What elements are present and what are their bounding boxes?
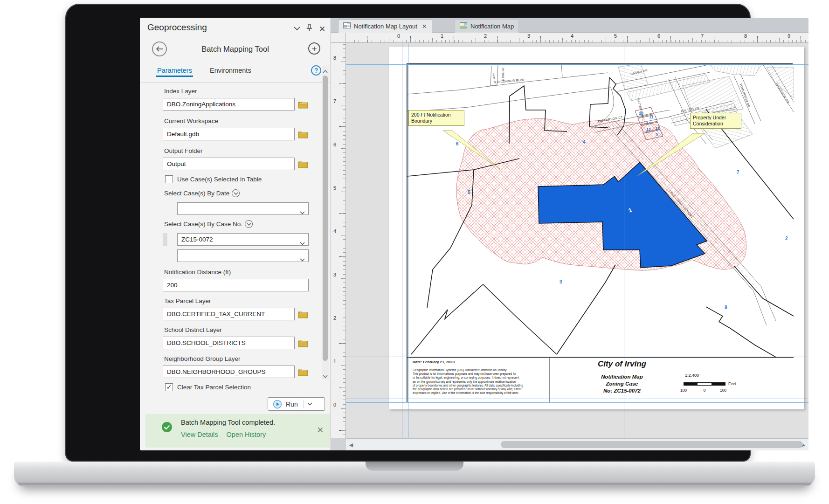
value-grip[interactable] bbox=[163, 233, 167, 246]
tab-notification-map-layout[interactable]: Notification Map Layout ✕ bbox=[338, 19, 432, 33]
layout-icon bbox=[343, 22, 351, 30]
ruler-number: 2 bbox=[333, 315, 336, 321]
map-case-line: Zoning Case bbox=[557, 381, 687, 387]
open-history-link[interactable]: Open History bbox=[227, 431, 266, 438]
ruler-number: 9 bbox=[788, 33, 790, 39]
browse-folder-icon[interactable] bbox=[297, 130, 309, 139]
layout-guide[interactable] bbox=[346, 357, 808, 357]
screen-content: Geoprocessing ✕ Batch Mapping Tool + Par bbox=[140, 18, 808, 450]
expand-chevron-icon[interactable] bbox=[232, 189, 240, 197]
browse-folder-icon[interactable] bbox=[297, 338, 309, 348]
browse-folder-icon[interactable] bbox=[297, 159, 309, 169]
layout-guide[interactable] bbox=[346, 64, 808, 65]
current-workspace-input[interactable]: Default.gdb bbox=[163, 128, 295, 140]
ruler-number: 1 bbox=[441, 33, 443, 39]
map-frame[interactable]: N O'CONNOR BLVD WAY E BRUNE BAUGH DR PAT… bbox=[407, 63, 793, 402]
map-title-city: City of Irving bbox=[557, 359, 687, 369]
help-icon[interactable]: ? bbox=[311, 65, 321, 76]
use-cases-checkbox[interactable] bbox=[165, 175, 173, 183]
panel-menu-chevron-icon[interactable] bbox=[294, 24, 303, 34]
add-tool-icon[interactable]: + bbox=[308, 42, 320, 55]
tab-parameters[interactable]: Parameters bbox=[157, 67, 192, 74]
layout-guide[interactable] bbox=[408, 43, 408, 438]
parcel-number: 14 bbox=[646, 121, 651, 125]
neighborhood-group-label: Neighborhood Group Layer bbox=[164, 355, 241, 362]
parcel-number: 3 bbox=[560, 279, 562, 284]
scroll-down-icon[interactable] bbox=[322, 372, 328, 379]
scale-number: 0 bbox=[698, 388, 712, 393]
callout-property-under-consideration: Property Under Consideration bbox=[690, 113, 741, 129]
divider bbox=[140, 82, 331, 83]
ruler-number: 8 bbox=[333, 55, 336, 61]
layout-guide[interactable] bbox=[346, 399, 808, 399]
case-number-dropdown-empty[interactable] bbox=[177, 249, 309, 262]
scale-number: 100 bbox=[716, 388, 730, 393]
horizontal-scrollbar[interactable]: ◀ ▶ bbox=[346, 438, 808, 450]
pin-icon[interactable] bbox=[306, 24, 315, 34]
horizontal-ruler: 0 1 2 3 4 5 6 7 8 9 bbox=[346, 33, 808, 43]
clear-tax-checkbox[interactable]: ✓ bbox=[165, 383, 173, 391]
ruler-number: 4 bbox=[571, 33, 573, 39]
select-by-date-dropdown[interactable] bbox=[177, 202, 309, 215]
scale-bar bbox=[684, 382, 725, 386]
use-cases-checkbox-label: Use Case(s) Selected in Table bbox=[177, 176, 262, 183]
expand-chevron-icon[interactable] bbox=[245, 220, 253, 228]
neighborhood-group-input[interactable]: DBO.NEIGHBORHOOD_GROUPS bbox=[163, 366, 295, 378]
tool-title: Batch Mapping Tool bbox=[168, 45, 303, 54]
clear-tax-checkbox-label: Clear Tax Parcel Selection bbox=[177, 384, 251, 391]
tab-label: Notification Map Layout bbox=[354, 23, 417, 30]
map-disclaimer: Geographic Information Systems (GIS) Dis… bbox=[413, 368, 523, 395]
ruler-number: 7 bbox=[333, 98, 336, 104]
scroll-up-icon[interactable] bbox=[322, 67, 328, 74]
panel-close-icon[interactable]: ✕ bbox=[319, 24, 328, 34]
geoprocessing-panel: Geoprocessing ✕ Batch Mapping Tool + Par bbox=[140, 18, 331, 450]
layout-canvas[interactable]: N O'CONNOR BLVD WAY E BRUNE BAUGH DR PAT… bbox=[346, 43, 808, 438]
view-details-link[interactable]: View Details bbox=[181, 431, 218, 438]
ruler-corner bbox=[331, 33, 346, 43]
browse-folder-icon[interactable] bbox=[297, 100, 309, 109]
tab-notification-map[interactable]: Notification Map bbox=[455, 19, 519, 33]
ruler-number: 3 bbox=[527, 33, 530, 39]
callout-notification-boundary: 200 Ft Notification Boundary bbox=[408, 110, 464, 126]
browse-folder-icon[interactable] bbox=[297, 310, 309, 319]
map-scale-ratio: 1:2,400 bbox=[669, 373, 715, 378]
parcel-number: 5 bbox=[468, 190, 470, 195]
banner-close-icon[interactable]: ✕ bbox=[317, 425, 324, 435]
layout-page[interactable]: N O'CONNOR BLVD WAY E BRUNE BAUGH DR PAT… bbox=[389, 47, 804, 409]
panel-scrollbar[interactable] bbox=[322, 66, 329, 380]
tax-parcel-input[interactable]: DBO.CERTIFIED_TAX_CURRENT bbox=[163, 308, 295, 320]
ruler-number: 0 bbox=[397, 33, 400, 39]
back-button[interactable] bbox=[152, 41, 167, 56]
current-workspace-label: Current Workspace bbox=[164, 117, 218, 124]
divider bbox=[304, 400, 304, 408]
scale-number: 100 bbox=[677, 388, 691, 393]
ruler-number: 6 bbox=[657, 33, 660, 39]
tab-close-icon[interactable]: ✕ bbox=[422, 23, 427, 30]
index-layer-label: Index Layer bbox=[164, 88, 197, 95]
panel-title: Geoprocessing bbox=[147, 22, 207, 33]
layout-guide[interactable] bbox=[402, 43, 402, 438]
output-folder-input[interactable]: Output bbox=[163, 158, 295, 170]
case-number-dropdown[interactable]: ZC15-0072 bbox=[177, 233, 309, 246]
view-tab-strip: Notification Map Layout ✕ Notification M… bbox=[331, 18, 808, 33]
tab-environments[interactable]: Environments bbox=[210, 67, 251, 74]
browse-folder-icon[interactable] bbox=[297, 367, 309, 377]
map-icon bbox=[460, 22, 467, 30]
panel-scrollbar-thumb[interactable] bbox=[323, 76, 328, 361]
layout-guide[interactable] bbox=[346, 402, 808, 403]
run-options-chevron-icon[interactable] bbox=[307, 402, 312, 406]
index-layer-input[interactable]: DBO.ZoningApplications bbox=[163, 98, 295, 110]
notification-distance-input[interactable]: 200 bbox=[163, 279, 309, 291]
status-banner: Batch Mapping Tool completed. View Detai… bbox=[145, 414, 330, 448]
laptop-notch bbox=[366, 462, 463, 471]
scroll-left-icon[interactable]: ◀ bbox=[347, 441, 355, 449]
school-district-input[interactable]: DBO.SCHOOL_DISTRICTS bbox=[163, 337, 295, 349]
horizontal-scrollbar-thumb[interactable] bbox=[501, 441, 803, 448]
layout-guide[interactable] bbox=[624, 43, 624, 438]
select-by-case-label: Select Case(s) By Case No. bbox=[164, 220, 253, 228]
laptop-base bbox=[14, 462, 815, 487]
run-button[interactable]: Run bbox=[268, 397, 325, 411]
status-message: Batch Mapping Tool completed. bbox=[181, 419, 275, 426]
run-button-label: Run bbox=[286, 400, 298, 408]
vertical-ruler: 8 7 6 5 4 3 2 1 0 bbox=[331, 43, 346, 438]
